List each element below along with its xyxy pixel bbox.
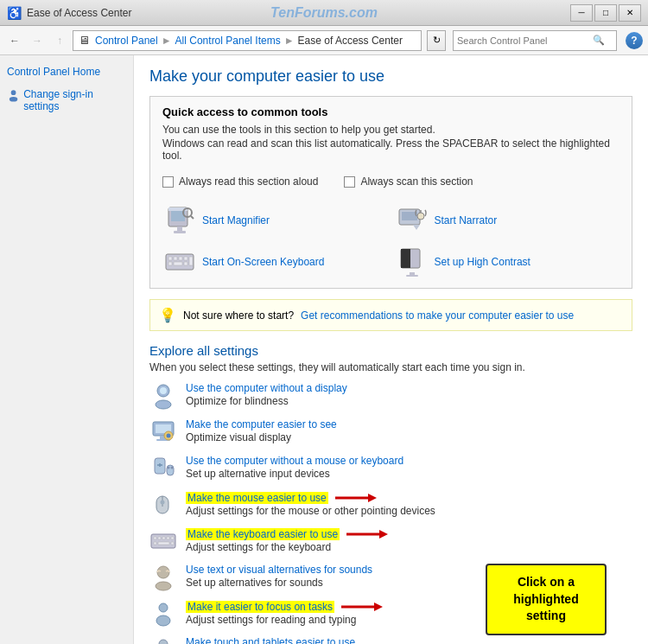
refresh-button[interactable]: ↻ — [427, 30, 446, 51]
svg-point-28 — [156, 400, 171, 409]
monitor-icon — [149, 382, 177, 410]
setting-link-sounds[interactable]: Use text or visual alternatives for soun… — [186, 564, 372, 576]
setting-link-easier-see[interactable]: Make the computer easier to see — [186, 418, 337, 430]
svg-point-58 — [157, 566, 169, 578]
title-bar: ♿ Ease of Access Center TenForums.com ─ … — [0, 0, 648, 26]
quick-access-title: Quick access to common tools — [162, 105, 619, 118]
svg-point-60 — [159, 603, 168, 612]
setting-link-touch[interactable]: Make touch and tablets easier to use — [186, 636, 355, 644]
maximize-button[interactable]: □ — [594, 4, 617, 22]
setting-desc-no-mouse: Set up alternative input devices — [186, 468, 403, 480]
red-arrow-focus — [340, 600, 383, 614]
sidebar-home-link[interactable]: Control Panel Home — [7, 66, 126, 80]
minimize-button[interactable]: ─ — [570, 4, 593, 22]
setting-link-no-mouse[interactable]: Use the computer without a mouse or keyb… — [186, 455, 403, 467]
setting-content: Use the computer without a display Optim… — [186, 382, 347, 407]
forward-button[interactable]: → — [28, 31, 47, 50]
svg-rect-24 — [401, 249, 410, 268]
window-icon: ♿ — [7, 6, 22, 20]
red-arrow-keyboard — [345, 527, 388, 541]
svg-point-41 — [171, 467, 174, 469]
tools-grid: Start Magnifier — [162, 203, 619, 279]
explore-desc: When you select these settings, they wil… — [149, 361, 632, 373]
svg-point-35 — [167, 434, 171, 438]
help-button[interactable]: ? — [626, 32, 643, 49]
close-button[interactable]: ✕ — [619, 4, 641, 22]
magnifier-label: Start Magnifier — [202, 214, 270, 226]
not-sure-link[interactable]: Get recommendations to make your compute… — [301, 309, 574, 322]
input-icon — [149, 455, 177, 482]
svg-marker-11 — [413, 225, 420, 230]
svg-rect-17 — [179, 257, 182, 260]
svg-rect-15 — [168, 257, 172, 260]
setting-link-mouse[interactable]: Make the mouse easier to use — [186, 492, 328, 504]
narrator-label: Start Narrator — [435, 214, 498, 226]
not-sure-row: 💡 Not sure where to start? Get recommend… — [149, 299, 632, 331]
svg-rect-19 — [168, 262, 172, 265]
breadcrumb-all-items[interactable]: All Control Panel Items — [175, 35, 281, 47]
mouse-icon — [149, 491, 177, 519]
address-box[interactable]: 🖥 Control Panel ► All Control Panel Item… — [73, 30, 422, 51]
touch-icon — [149, 636, 177, 644]
svg-rect-6 — [174, 231, 186, 233]
svg-rect-21 — [184, 262, 187, 265]
checkbox-row-2: Always scan this section — [344, 175, 473, 188]
breadcrumb-control-panel[interactable]: Control Panel — [95, 35, 158, 47]
svg-point-40 — [168, 467, 170, 469]
setting-content: Make it easier to focus on tasks Adjust … — [186, 600, 383, 626]
setting-desc-no-display: Optimize for blindness — [186, 395, 347, 407]
svg-point-64 — [159, 640, 168, 644]
setting-content: Make the keyboard easier to use Adjust s… — [186, 527, 388, 553]
content-area: Make your computer easier to use Quick a… — [134, 55, 648, 644]
svg-rect-50 — [162, 537, 165, 539]
tool-contrast[interactable]: Set up High Contrast — [395, 245, 620, 279]
sound-icon — [149, 564, 177, 591]
page-title: Make your computer easier to use — [149, 67, 632, 86]
main-layout: Control Panel Home Change sign-in settin… — [0, 55, 648, 644]
monitor-eye-icon — [149, 418, 177, 446]
setting-desc-keyboard: Adjust settings for the keyboard — [186, 541, 388, 553]
svg-rect-47 — [151, 534, 175, 548]
checkbox-scan[interactable] — [344, 176, 355, 188]
svg-rect-22 — [189, 257, 193, 265]
setting-content: Make touch and tablets easier to use Adj… — [186, 636, 355, 644]
search-submit-button[interactable]: 🔍 — [591, 33, 607, 48]
setting-desc-focus: Adjust settings for reading and typing — [186, 614, 383, 626]
search-input[interactable] — [457, 35, 591, 46]
window-title: Ease of Access Center — [27, 7, 570, 19]
svg-rect-52 — [171, 537, 174, 539]
not-sure-text: Not sure where to start? — [183, 309, 294, 322]
svg-point-29 — [160, 387, 167, 394]
callout-box: Click on a highlighted setting — [486, 564, 607, 635]
setting-link-keyboard[interactable]: Make the keyboard easier to use — [186, 528, 340, 540]
sidebar: Control Panel Home Change sign-in settin… — [0, 55, 134, 644]
svg-point-44 — [161, 501, 165, 505]
svg-rect-18 — [184, 257, 187, 260]
setting-link-focus[interactable]: Make it easier to focus on tasks — [186, 601, 334, 613]
breadcrumb-icon: 🖥 — [79, 34, 90, 47]
svg-point-12 — [417, 213, 424, 220]
checkbox-read-aloud[interactable] — [162, 176, 174, 188]
svg-point-0 — [11, 90, 16, 95]
tool-narrator[interactable]: Start Narrator — [395, 203, 620, 238]
tool-keyboard[interactable]: Start On-Screen Keyboard — [162, 245, 388, 279]
sidebar-settings-link[interactable]: Change sign-in settings — [7, 88, 126, 112]
list-item: Make the mouse easier to use Adjust sett… — [149, 491, 632, 519]
address-bar: ← → ↑ 🖥 Control Panel ► All Control Pane… — [0, 26, 648, 55]
setting-link-no-display[interactable]: Use the computer without a display — [186, 382, 347, 394]
setting-desc-sounds: Set up alternatives for sounds — [186, 577, 372, 589]
checkbox-row-1: Always read this section aloud — [162, 175, 318, 188]
callout-text: Click on a highlighted setting — [513, 575, 578, 622]
checkbox-read-aloud-label: Always read this section aloud — [179, 175, 318, 188]
svg-rect-55 — [171, 542, 174, 545]
setting-desc-mouse: Adjust settings for the mouse or other p… — [186, 505, 435, 517]
up-button[interactable]: ↑ — [50, 31, 69, 50]
svg-marker-63 — [374, 603, 383, 611]
svg-line-8 — [191, 216, 194, 219]
search-box[interactable]: 🔍 — [453, 30, 617, 51]
tool-magnifier[interactable]: Start Magnifier — [162, 203, 388, 238]
list-item: Use the computer without a display Optim… — [149, 382, 632, 410]
back-button[interactable]: ← — [5, 31, 24, 50]
quick-access-box: Quick access to common tools You can use… — [149, 96, 632, 289]
contrast-icon — [397, 246, 428, 277]
